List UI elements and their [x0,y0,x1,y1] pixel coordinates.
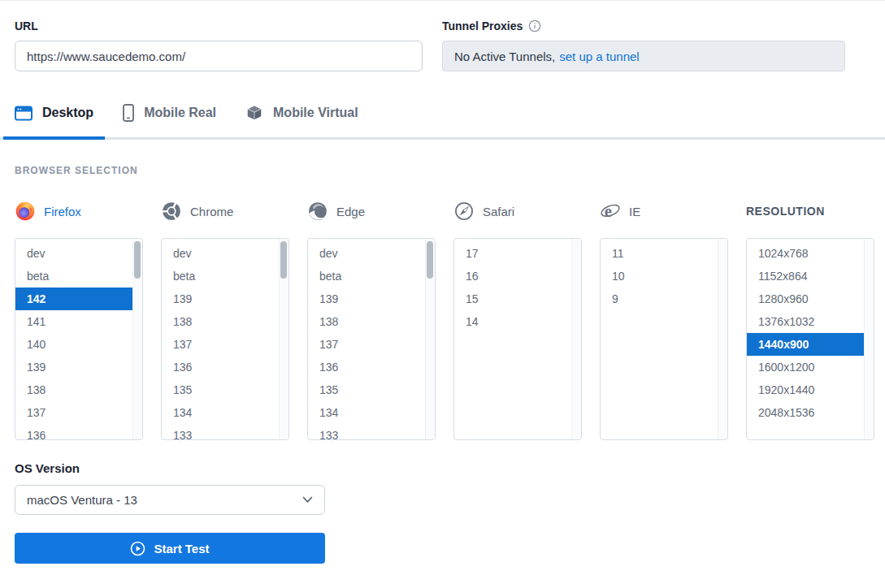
resolution-option[interactable]: 1152x864 [747,265,864,288]
tab-desktop[interactable]: Desktop [15,104,93,137]
version-option[interactable]: 134 [308,401,425,424]
ie-label[interactable]: IE [629,205,640,218]
play-icon [130,541,145,556]
resolution-column: RESOLUTION 1024x768 1152x864 1280x960 13… [746,200,874,440]
version-option[interactable]: 15 [454,288,571,310]
edge-icon [307,201,328,222]
version-option[interactable]: 133 [162,424,279,440]
version-option[interactable]: 14 [454,310,571,333]
tab-mobile-virtual-label: Mobile Virtual [273,106,358,120]
version-option[interactable]: 135 [308,378,425,401]
version-option[interactable]: 137 [15,401,132,424]
os-version-select[interactable]: macOS Ventura - 13 [15,485,325,515]
platform-tabs: Desktop Mobile Real [0,104,885,140]
cube-icon [245,104,263,122]
version-option[interactable]: 137 [308,333,425,356]
version-option[interactable]: 17 [454,242,571,265]
chrome-column: Chrome dev beta 139 138 137 136 135 134 … [161,200,289,440]
tab-mobile-real[interactable]: Mobile Real [123,104,216,137]
safari-label[interactable]: Safari [483,205,514,218]
resolution-option[interactable]: 1600x1200 [747,356,864,378]
chrome-version-list[interactable]: dev beta 139 138 137 136 135 134 133 [161,238,289,440]
scrollbar-thumb[interactable] [280,241,287,279]
active-tab-indicator [3,136,105,140]
edge-column: Edge dev beta 139 138 137 136 135 134 13… [307,200,436,440]
ie-icon: e [600,201,621,222]
version-option[interactable]: 139 [162,288,279,310]
version-option[interactable]: 140 [15,333,132,356]
resolution-option[interactable]: 1280x960 [747,288,864,310]
edge-label[interactable]: Edge [336,205,365,218]
tunnel-section: Tunnel Proxies No Active Tunnels, set up… [442,19,845,71]
resolution-list[interactable]: 1024x768 1152x864 1280x960 1376x1032 144… [746,238,874,440]
safari-version-list[interactable]: 17 16 15 14 [453,238,582,440]
version-option[interactable]: 139 [308,288,425,310]
version-option[interactable]: 138 [15,378,132,401]
version-option-selected[interactable]: 142 [15,288,132,310]
os-version-value: macOS Ventura - 13 [27,493,137,507]
version-option[interactable]: 16 [454,265,571,288]
tunnel-label-text: Tunnel Proxies [442,19,523,32]
version-option[interactable]: 134 [162,401,279,424]
tab-desktop-label: Desktop [42,106,93,120]
version-option[interactable]: 10 [601,265,718,288]
top-row: URL Tunnel Proxies No Active Tunnels, se… [15,19,874,71]
resolution-option[interactable]: 1024x768 [747,242,864,265]
version-option[interactable]: dev [308,242,425,265]
chrome-icon [161,201,182,222]
chrome-header[interactable]: Chrome [161,200,289,223]
chrome-label[interactable]: Chrome [190,205,233,218]
edge-version-list[interactable]: dev beta 139 138 137 136 135 134 133 [307,238,436,440]
version-option[interactable]: beta [15,265,132,288]
resolution-option[interactable]: 1376x1032 [747,310,864,333]
version-option[interactable]: 139 [15,356,132,378]
resolution-option[interactable]: 2048x1536 [747,401,864,424]
scrollbar-thumb[interactable] [134,241,141,279]
version-option[interactable]: 11 [601,242,718,265]
version-option[interactable]: 136 [15,424,132,440]
version-option[interactable]: 9 [601,288,718,310]
ie-header[interactable]: e IE [600,200,728,223]
version-option[interactable]: 136 [162,356,279,378]
resolution-option-selected[interactable]: 1440x900 [747,333,864,356]
browser-selection-heading: BROWSER SELECTION [15,165,874,176]
version-option[interactable]: dev [15,242,132,265]
tunnel-label: Tunnel Proxies [442,19,845,32]
version-option[interactable]: dev [162,242,279,265]
version-option[interactable]: 138 [308,310,425,333]
firefox-version-list[interactable]: dev beta 142 141 140 139 138 137 136 [15,238,143,440]
url-section: URL [15,19,423,71]
tunnel-status-box: No Active Tunnels, set up a tunnel [442,41,845,71]
tab-mobile-real-label: Mobile Real [144,106,216,120]
firefox-label[interactable]: Firefox [44,205,81,218]
scrollbar-track[interactable] [864,239,874,439]
ie-version-list[interactable]: 11 10 9 [600,238,728,440]
scrollbar-track[interactable] [718,239,727,439]
start-test-button[interactable]: Start Test [15,533,325,564]
mobile-phone-icon [123,104,134,122]
version-option[interactable]: 135 [162,378,279,401]
info-icon[interactable] [528,19,541,32]
safari-header[interactable]: Safari [453,200,582,223]
browser-columns: Firefox dev beta 142 141 140 139 138 137… [15,200,874,440]
tab-mobile-virtual[interactable]: Mobile Virtual [245,104,358,137]
version-option[interactable]: beta [162,265,279,288]
version-option[interactable]: 136 [308,356,425,378]
scrollbar-track[interactable] [571,239,581,439]
tunnel-status-text: No Active Tunnels, [454,50,555,63]
version-option[interactable]: 137 [162,333,279,356]
scrollbar-thumb[interactable] [427,241,433,279]
start-test-label: Start Test [154,542,209,556]
chevron-down-icon [302,496,313,504]
version-option[interactable]: 133 [308,424,425,440]
firefox-header[interactable]: Firefox [15,200,143,223]
edge-header[interactable]: Edge [307,200,436,223]
version-option[interactable]: 138 [162,310,279,333]
url-input[interactable] [15,41,423,71]
firefox-icon [15,201,36,222]
version-option[interactable]: 141 [15,310,132,333]
version-option[interactable]: beta [308,265,425,288]
setup-tunnel-link[interactable]: set up a tunnel [559,50,639,63]
resolution-option[interactable]: 1920x1440 [747,378,864,401]
safari-column: Safari 17 16 15 14 [453,200,582,440]
